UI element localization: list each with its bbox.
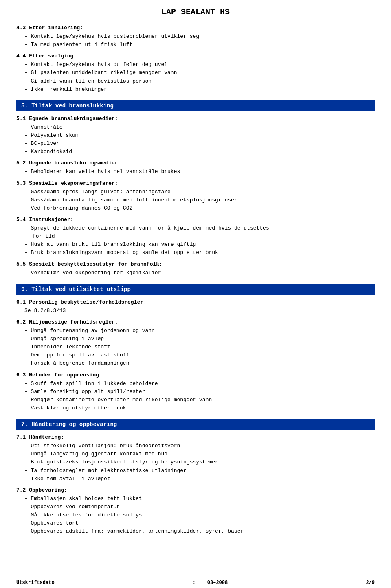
section-4-3-bullets: – Kontakt lege/sykehus hvis pusteproblem… bbox=[16, 33, 375, 49]
footer-colon-date: : 03–2008 bbox=[193, 580, 228, 586]
section-6-1: 6.1 Personlig beskyttelse/forholdsregler… bbox=[16, 299, 375, 315]
section-7-1-bullets: – Utilstrekkelig ventilasjon: bruk ånded… bbox=[16, 442, 375, 483]
section-5-1: 5.1 Egnede brannslukningsmedier: – Vanns… bbox=[16, 116, 375, 156]
list-item: – Oppbevares tørt bbox=[16, 519, 375, 527]
list-item: – Inneholder lekkende stoff bbox=[16, 343, 375, 351]
section-7-heading: 7. Håndtering og oppbevaring bbox=[16, 419, 375, 430]
section-5-5-bullets: – Verneklær ved eksponering for kjemikal… bbox=[16, 269, 375, 277]
list-item: – Rengjør kontaminerte overflater med ri… bbox=[16, 396, 375, 404]
section-5-4-title: 5.4 Instruksjoner: bbox=[16, 216, 375, 223]
list-item: – Verneklær ved eksponering for kjemikal… bbox=[16, 269, 375, 277]
footer-page: 2/9 bbox=[366, 580, 375, 586]
section-5-2-title: 5.2 Uegnede brannslukningsmedier: bbox=[16, 160, 375, 166]
section-6-1-title: 6.1 Personlig beskyttelse/forholdsregler… bbox=[16, 299, 375, 305]
list-item: – Kontakt lege/sykehus hvis du føler deg… bbox=[16, 61, 375, 69]
section-6-2: 6.2 Miljømessige forholdsregler: – Unngå… bbox=[16, 319, 375, 368]
list-item: – Gass/damp spres langs gulvet: antennin… bbox=[16, 188, 375, 196]
list-item: – Karbondioksid bbox=[16, 148, 375, 156]
list-item: – BC-pulver bbox=[16, 140, 375, 148]
list-item: – Ta med pasienten ut i frisk luft bbox=[16, 41, 375, 49]
list-item: – Ikke fremkall brekninger bbox=[16, 85, 375, 94]
list-item: – Polyvalent skum bbox=[16, 131, 375, 140]
section-5-4-bullets: – Sprøyt de lukkede containerne med vann… bbox=[16, 224, 375, 257]
section-5-4: 5.4 Instruksjoner: – Sprøyt de lukkede c… bbox=[16, 216, 375, 257]
list-item: – Utilstrekkelig ventilasjon: bruk ånded… bbox=[16, 442, 375, 450]
list-item: – Forsøk å begrense fordampningen bbox=[16, 359, 375, 367]
list-item: – Beholderen kan velte hvis hel vannstrå… bbox=[16, 168, 375, 176]
section-5-1-title: 5.1 Egnede brannslukningsmedier: bbox=[16, 116, 375, 122]
footer-label: Utskriftsdato bbox=[16, 580, 55, 586]
list-item: for ild bbox=[16, 232, 375, 240]
list-item: – Ved forbrenning dannes CO og CO2 bbox=[16, 204, 375, 212]
section-7-1: 7.1 Håndtering: – Utilstrekkelig ventila… bbox=[16, 434, 375, 483]
list-item: – Unngå spredning i avløp bbox=[16, 335, 375, 343]
list-item: – Kontakt lege/sykehus hvis pusteproblem… bbox=[16, 33, 375, 41]
document-title: LAP SEALANT HS bbox=[0, 0, 391, 21]
section-5-2: 5.2 Uegnede brannslukningsmedier: – Beho… bbox=[16, 160, 375, 176]
content-area: 4.3 Etter inhalering: – Kontakt lege/syk… bbox=[0, 25, 391, 562]
list-item: – Ikke tøm avfall i avløpet bbox=[16, 475, 375, 483]
section-6-heading: 6. Tiltak ved utilsiktet utslipp bbox=[16, 284, 375, 295]
list-item: – Bruk gnist-/eksplosjonssikkert utstyr … bbox=[16, 458, 375, 466]
list-item: – Oppbevares ved romtemperatur bbox=[16, 503, 375, 511]
list-item: – Gi pasienten umiddelbart rikelige meng… bbox=[16, 69, 375, 77]
section-6-2-bullets: – Unngå forurensning av jordsmonn og van… bbox=[16, 327, 375, 368]
section-7-2: 7.2 Oppbevaring: – Emballasjen skal hold… bbox=[16, 487, 375, 536]
footer: Utskriftsdato : 03–2008 2/9 bbox=[0, 577, 391, 588]
list-item: – Sprøyt de lukkede containerne med vann… bbox=[16, 224, 375, 232]
section-4-4-title: 4.4 Etter svelging: bbox=[16, 53, 375, 59]
list-item: – Oppbevares adskilt fra: varmekilder, a… bbox=[16, 527, 375, 536]
section-6-1-bullets: Se 8.2/8.3/13 bbox=[16, 307, 375, 315]
list-item: – Gass/damp brannfarlig sammen med luft … bbox=[16, 196, 375, 204]
page-container: LAP SEALANT HS 4.3 Etter inhalering: – K… bbox=[0, 0, 391, 588]
section-6-2-title: 6.2 Miljømessige forholdsregler: bbox=[16, 319, 375, 325]
section-4-4: 4.4 Etter svelging: – Kontakt lege/sykeh… bbox=[16, 53, 375, 94]
list-item: – Vannstråle bbox=[16, 123, 375, 131]
section-6-3-bullets: – Skuff fast spill inn i lukkede beholde… bbox=[16, 380, 375, 413]
section-6-3-title: 6.3 Metoder for opprensing: bbox=[16, 372, 375, 378]
list-item: – Ta forholdsregler mot elektrostatiske … bbox=[16, 467, 375, 475]
list-item: – Bruk brannslukningsvann moderat og sam… bbox=[16, 249, 375, 257]
list-item: – Vask klær og utstyr etter bruk bbox=[16, 404, 375, 412]
list-item: – Emballasjen skal holdes tett lukket bbox=[16, 495, 375, 503]
section-6-3: 6.3 Metoder for opprensing: – Skuff fast… bbox=[16, 372, 375, 413]
section-5-5: 5.5 Spesielt beskyttelsesutstyr for bran… bbox=[16, 261, 375, 277]
list-item: – Husk at vann brukt til brannslokking k… bbox=[16, 240, 375, 249]
section-5-1-bullets: – Vannstråle – Polyvalent skum – BC-pulv… bbox=[16, 123, 375, 156]
section-7-2-bullets: – Emballasjen skal holdes tett lukket – … bbox=[16, 495, 375, 536]
list-item: – Gi aldri vann til en bevisstløs person bbox=[16, 77, 375, 85]
section-4-3-title: 4.3 Etter inhalering: bbox=[16, 25, 375, 31]
section-5-heading: 5. Tiltak ved brannslukking bbox=[16, 100, 375, 111]
section-5-3-title: 5.3 Spesielle eksponeringsfarer: bbox=[16, 180, 375, 186]
section-4-3: 4.3 Etter inhalering: – Kontakt lege/syk… bbox=[16, 25, 375, 49]
list-item: – Skuff fast spill inn i lukkede beholde… bbox=[16, 380, 375, 388]
section-5-3: 5.3 Spesielle eksponeringsfarer: – Gass/… bbox=[16, 180, 375, 212]
section-5-3-bullets: – Gass/damp spres langs gulvet: antennin… bbox=[16, 188, 375, 212]
list-item: – Unngå langvarig og gjentatt kontakt me… bbox=[16, 450, 375, 458]
section-7-1-title: 7.1 Håndtering: bbox=[16, 434, 375, 440]
list-item: – Unngå forurensning av jordsmonn og van… bbox=[16, 327, 375, 335]
section-5-5-title: 5.5 Spesielt beskyttelsesutstyr for bran… bbox=[16, 261, 375, 267]
section-5-2-bullets: – Beholderen kan velte hvis hel vannstrå… bbox=[16, 168, 375, 176]
section-7-2-title: 7.2 Oppbevaring: bbox=[16, 487, 375, 493]
list-item: – Dem opp for spill av fast stoff bbox=[16, 351, 375, 359]
footer-colon: : bbox=[193, 580, 196, 586]
list-item: – Samle forsiktig opp alt spill/rester bbox=[16, 388, 375, 396]
section-4-4-bullets: – Kontakt lege/sykehus hvis du føler deg… bbox=[16, 61, 375, 94]
list-item: – Må ikke utsettes for direkte sollys bbox=[16, 511, 375, 519]
footer-date: 03–2008 bbox=[207, 580, 228, 586]
list-item: Se 8.2/8.3/13 bbox=[16, 307, 375, 315]
